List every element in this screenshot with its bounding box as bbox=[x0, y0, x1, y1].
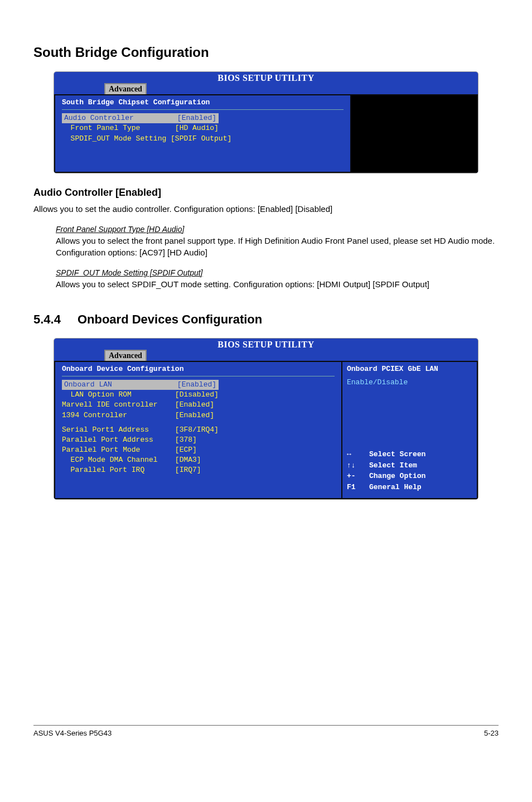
section-number: 5.4.4 bbox=[33, 312, 61, 327]
nav-select-screen: Select Screen bbox=[369, 449, 425, 460]
bios-main-panel: Onboard Device Configuration Onboard LAN… bbox=[54, 361, 342, 499]
audio-controller-desc: Allows you to set the audio controller. … bbox=[33, 203, 499, 215]
page-footer: ASUS V4-Series P5G43 5-23 bbox=[33, 725, 499, 737]
bios-selected-row-onboard-lan[interactable]: Onboard LAN [Enabled] bbox=[62, 380, 335, 390]
nav-keys: ↔Select Screen ↑↓Select Item +-Change Op… bbox=[347, 449, 472, 492]
sel-label: Onboard LAN bbox=[64, 380, 112, 389]
bios-titlebar: BIOS SETUP UTILITY Advanced bbox=[54, 339, 478, 361]
footer-right: 5-23 bbox=[484, 729, 499, 737]
nav-general-help: General Help bbox=[369, 482, 422, 493]
bios-window-onboard-devices: BIOS SETUP UTILITY Advanced Onboard Devi… bbox=[54, 338, 478, 500]
bios-window-south-bridge: BIOS SETUP UTILITY Advanced South Bridge… bbox=[54, 71, 478, 173]
front-panel-title: Front Panel Support Type [HD Audio] bbox=[56, 225, 499, 234]
bios-row-parallel-addr[interactable]: Parallel Port Address [378] bbox=[62, 435, 335, 445]
bios-row-serial-port[interactable]: Serial Port1 Address [3F8/IRQ4] bbox=[62, 425, 335, 435]
sel-label: Audio Controller bbox=[64, 114, 134, 122]
sel-val: [Enabled] bbox=[177, 114, 216, 122]
bios-main-panel: South Bridge Chipset Configuration Audio… bbox=[54, 94, 351, 173]
section-5-4-4-heading: 5.4.4 Onboard Devices Configuration bbox=[33, 312, 499, 327]
south-bridge-heading: South Bridge Configuration bbox=[33, 45, 499, 60]
section-title: Onboard Devices Configuration bbox=[78, 312, 262, 327]
spdif-desc: Allows you to select SPDIF_OUT mode sett… bbox=[56, 278, 499, 290]
bios-row-parallel-mode[interactable]: Parallel Port Mode [ECP] bbox=[62, 445, 335, 455]
bios-tab-advanced[interactable]: Advanced bbox=[104, 350, 147, 361]
key-arrows-ud: ↑↓ bbox=[347, 460, 369, 471]
bios-row-spdif[interactable]: SPDIF_OUT Mode Setting [SPDIF Output] bbox=[62, 134, 344, 144]
sel-val: [Enabled] bbox=[177, 380, 216, 389]
bios-row-1394[interactable]: 1394 Controller [Enabled] bbox=[62, 410, 335, 421]
nav-select-item: Select Item bbox=[369, 460, 417, 471]
bios-title: BIOS SETUP UTILITY bbox=[54, 72, 478, 83]
key-f1: F1 bbox=[347, 482, 369, 493]
bios-row-parallel-irq[interactable]: Parallel Port IRQ [IRQ7] bbox=[62, 465, 335, 475]
bios-row-front-panel[interactable]: Front Panel Type [HD Audio] bbox=[62, 123, 344, 133]
key-arrows-lr: ↔ bbox=[347, 449, 369, 460]
audio-controller-heading: Audio Controller [Enabled] bbox=[33, 187, 499, 199]
bios-section-label: Onboard Device Configuration bbox=[62, 364, 335, 374]
bios-tab-advanced[interactable]: Advanced bbox=[104, 83, 147, 94]
bios-selected-row[interactable]: Audio Controller [Enabled] bbox=[62, 113, 344, 123]
nav-change-option: Change Option bbox=[369, 471, 425, 482]
spdif-title: SPDIF_OUT Mode Setting [SPDIF Output] bbox=[56, 268, 499, 277]
bios-row-lan-option-rom[interactable]: LAN Option ROM [Disabled] bbox=[62, 390, 335, 400]
bios-section-label: South Bridge Chipset Configuration bbox=[62, 98, 344, 108]
bios-help-panel: Onboard PCIEX GbE LAN Enable/Disable ↔Se… bbox=[342, 361, 478, 499]
help-title: Onboard PCIEX GbE LAN bbox=[347, 364, 472, 374]
bios-title: BIOS SETUP UTILITY bbox=[54, 339, 478, 350]
bios-titlebar: BIOS SETUP UTILITY Advanced bbox=[54, 72, 478, 94]
bios-help-panel-blank bbox=[351, 94, 478, 173]
bios-row-ecp-dma[interactable]: ECP Mode DMA Channel [DMA3] bbox=[62, 455, 335, 465]
help-body: Enable/Disable bbox=[347, 378, 472, 388]
front-panel-desc: Allows you to select the front panel sup… bbox=[56, 235, 499, 258]
key-plus-minus: +- bbox=[347, 471, 369, 482]
footer-left: ASUS V4-Series P5G43 bbox=[33, 729, 112, 737]
bios-row-marvell-ide[interactable]: Marvell IDE controller [Enabled] bbox=[62, 400, 335, 410]
